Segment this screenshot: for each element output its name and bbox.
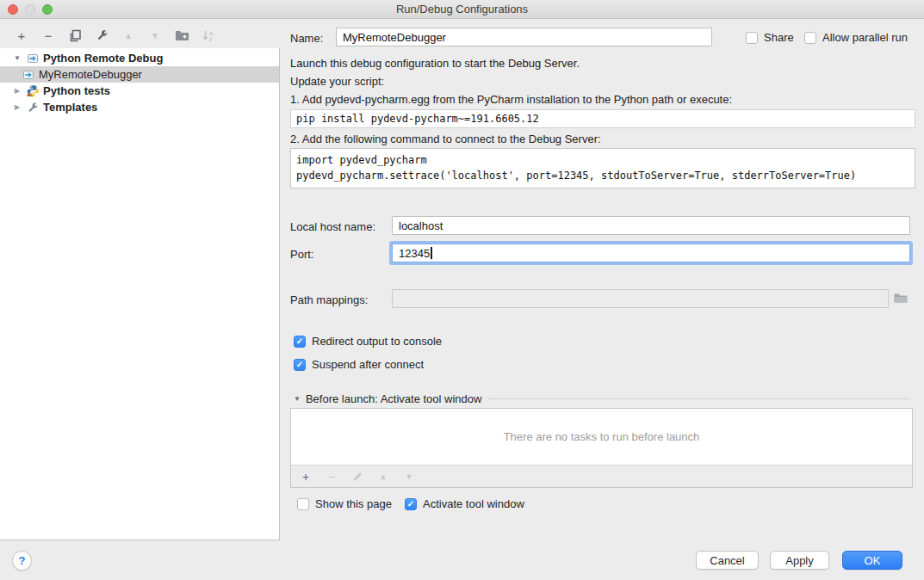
title-bar: Run/Debug Configurations [0,0,924,19]
pip-install-command[interactable]: pip install pydevd-pycharm~=191.6605.12 [290,109,915,128]
suspend-after-connect-label: Suspend after connect [312,358,424,371]
configurations-toolbar: + − ▲ ▼ az [0,24,280,46]
local-host-name-input[interactable] [392,216,910,235]
tree-item-label: Python Remote Debug [43,52,163,65]
path-mappings-label: Path mappings: [290,293,368,306]
show-this-page-checkbox[interactable]: Show this page [297,497,392,510]
instruction-step-2: 2. Add the following command to connect … [290,133,601,145]
port-input[interactable] [392,244,910,262]
wrench-glyph [96,29,109,42]
copy-glyph [69,29,82,42]
instruction-step-1: 1. Add pydevd-pycharm.egg from the PyCha… [290,93,732,106]
before-launch-tasks-panel: There are no tasks to run before launch … [290,408,913,488]
move-task-down-icon[interactable]: ▼ [401,469,417,484]
help-button[interactable]: ? [12,551,32,571]
python-tests-icon [26,84,40,98]
redirect-output-checkbox[interactable]: ✓ Redirect output to console [294,335,442,348]
code-line-1: import pydevd_pycharm [296,154,427,166]
move-task-up-icon[interactable]: ▲ [375,469,391,484]
templates-wrench-icon [26,101,40,114]
tree-item-label: Templates [43,101,97,114]
instruction-line-1: Launch this debug configuration to start… [290,57,580,70]
text-caret [431,247,432,259]
allow-parallel-run-label: Allow parallel run [822,31,908,44]
checkmark-icon: ✓ [294,359,306,371]
name-input[interactable] [336,28,712,46]
tree-item-label: Python tests [43,84,110,97]
tree-item-label: MyRemoteDebugger [39,68,142,81]
tree-item-templates[interactable]: ▶ Templates [0,99,279,115]
add-task-icon[interactable]: + [298,469,313,484]
ok-button[interactable]: OK [842,551,902,570]
remove-icon[interactable]: − [40,28,56,43]
before-launch-title: Before launch: Activate tool window [306,392,482,405]
settrace-code-block[interactable]: import pydevd_pycharmpydevd_pycharm.sett… [290,148,915,188]
before-launch-section-header[interactable]: ▼ Before launch: Activate tool window [294,392,910,405]
checkmark-icon: ✓ [405,498,417,510]
apply-button[interactable]: Apply [770,551,829,570]
move-down-icon[interactable]: ▼ [147,28,163,43]
tasks-toolbar: + − ▲ ▼ [291,466,912,487]
tree-item-python-tests[interactable]: ▶ Python tests [0,83,279,99]
allow-parallel-run-checkbox[interactable]: Allow parallel run [804,31,908,44]
port-label: Port: [290,248,313,261]
configurations-tree: ▼ Python Remote Debug MyRemoteDebugger ▶ [0,48,280,540]
sort-alphabetically-icon[interactable]: az [201,28,216,43]
copy-icon[interactable] [67,28,83,43]
chevron-right-icon[interactable]: ▶ [12,87,22,95]
chevron-down-icon[interactable]: ▼ [12,54,22,62]
new-folder-icon[interactable] [174,28,189,43]
tasks-empty-message: There are no tasks to run before launch [291,409,912,466]
cancel-button[interactable]: Cancel [696,551,759,570]
remote-debug-icon [22,68,35,82]
svg-text:z: z [209,36,213,42]
instruction-line-2: Update your script: [290,75,384,88]
question-mark-icon: ? [19,554,26,567]
remote-debug-icon [26,52,40,65]
local-host-name-label: Local host name: [290,220,375,233]
checkbox-icon [804,32,816,44]
show-this-page-label: Show this page [315,497,392,510]
add-icon[interactable]: + [14,28,29,43]
checkbox-icon [746,32,758,44]
path-mappings-input[interactable] [392,289,889,308]
pencil-glyph [352,471,363,482]
redirect-output-label: Redirect output to console [312,335,442,348]
svg-text:a: a [209,29,213,35]
share-checkbox[interactable]: Share [746,31,794,44]
sort-az-glyph: az [202,29,215,42]
name-label: Name: [290,32,323,45]
edit-task-icon[interactable] [350,469,365,484]
share-label: Share [764,31,794,44]
remove-task-icon[interactable]: − [324,469,339,484]
run-debug-configurations-dialog: Run/Debug Configurations + − ▲ ▼ az ▼ Py… [0,0,924,580]
tree-item-myremotedebugger[interactable]: MyRemoteDebugger [0,66,279,83]
section-divider [488,398,910,399]
edit-defaults-icon[interactable] [94,28,109,43]
move-up-icon[interactable]: ▲ [121,28,136,43]
window-title: Run/Debug Configurations [0,3,924,15]
code-line-2: pydevd_pycharm.settrace('localhost', por… [296,170,856,182]
checkbox-icon [297,498,309,510]
folder-plus-glyph [175,29,189,41]
activate-tool-window-checkbox[interactable]: ✓ Activate tool window [405,497,524,510]
checkmark-icon: ✓ [294,336,306,348]
browse-folder-icon[interactable] [893,292,908,305]
tree-item-python-remote-debug[interactable]: ▼ Python Remote Debug [0,50,279,66]
chevron-right-icon[interactable]: ▶ [12,103,22,111]
suspend-after-connect-checkbox[interactable]: ✓ Suspend after connect [294,358,424,371]
activate-tool-window-label: Activate tool window [423,497,524,510]
chevron-down-icon: ▼ [294,395,301,403]
